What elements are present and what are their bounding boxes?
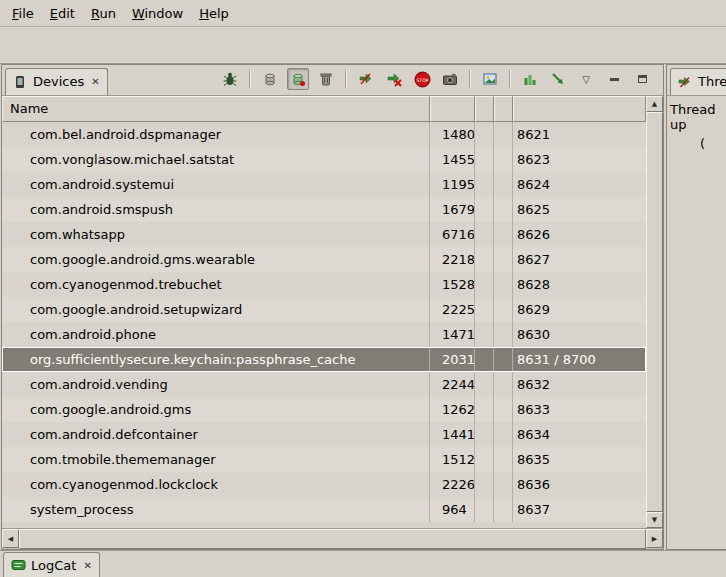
threads-message-line2: ( (670, 136, 724, 151)
update-threads-icon[interactable] (355, 68, 377, 90)
tab-logcat-close-icon[interactable]: ✕ (83, 560, 91, 571)
cell-status2 (494, 272, 513, 297)
table-row[interactable]: com.google.android.setupwizard 22250 862… (2, 297, 646, 322)
cell-port: 8623 (513, 147, 646, 172)
threads-panel: Threa Thread up ( (666, 64, 726, 550)
threads-message: Thread up ( (667, 96, 726, 549)
update-heap-icon[interactable] (259, 68, 281, 90)
tab-devices[interactable]: Devices ✕ (5, 68, 108, 95)
cell-status2 (494, 322, 513, 347)
arrow-right-icon: ▶ (652, 535, 657, 543)
cell-status2 (494, 422, 513, 447)
arrow-down-icon: ▼ (652, 516, 657, 524)
cell-status1 (475, 322, 494, 347)
sysinfo-columns-icon[interactable] (519, 68, 541, 90)
cell-port: 8630 (513, 322, 646, 347)
main-toolbar (0, 27, 726, 64)
scroll-down-button[interactable]: ▼ (646, 512, 663, 528)
cell-pid: 12623 (430, 397, 475, 422)
horizontal-scrollbar[interactable]: ◀ ▶ (2, 528, 663, 549)
cell-process-name: com.bel.android.dspmanager (2, 122, 430, 147)
cell-status2 (494, 397, 513, 422)
devices-tabbar: Devices ✕ (2, 65, 663, 96)
table-row[interactable]: com.tmobile.thememanager 1512 8635 (2, 447, 646, 472)
scroll-up-button[interactable]: ▲ (646, 96, 663, 112)
cell-pid: 22265 (430, 472, 475, 497)
view-menu-chevron-icon[interactable]: ▽ (575, 68, 597, 90)
threads-icon (677, 74, 693, 90)
table-row[interactable]: com.cyanogenmod.trebuchet 1528 8628 (2, 272, 646, 297)
cell-pid: 1512 (430, 447, 475, 472)
table-row[interactable]: com.android.phone 1471 8630 (2, 322, 646, 347)
table-row[interactable]: com.vonglasow.michael.satstat 14553 8623 (2, 147, 646, 172)
table-row[interactable]: com.google.android.gms 12623 8633 (2, 397, 646, 422)
cell-port: 8626 (513, 222, 646, 247)
arrow-left-icon: ◀ (8, 535, 13, 543)
cell-process-name: com.android.smspush (2, 197, 430, 222)
tab-devices-close-icon[interactable]: ✕ (91, 76, 99, 87)
cause-gc-trash-icon[interactable] (315, 68, 337, 90)
cell-pid: 964 (430, 497, 475, 522)
table-row[interactable]: com.bel.android.dspmanager 1480 8621 (2, 122, 646, 147)
cell-status2 (494, 472, 513, 497)
cell-process-name: system_process (2, 497, 430, 522)
devices-panel: Devices ✕ (1, 64, 664, 550)
table-row[interactable]: com.android.smspush 1679 8625 (2, 197, 646, 222)
main-area: Devices ✕ (0, 64, 726, 550)
menu-bar: FileEditRunWindowHelp (0, 0, 726, 27)
cell-status2 (494, 372, 513, 397)
column-header-status2[interactable] (494, 96, 513, 122)
cell-status1 (475, 247, 494, 272)
vertical-scrollbar[interactable]: ▲ ▼ (646, 96, 663, 528)
bottom-tab-bar: LogCat ✕ (0, 550, 726, 577)
cell-status2 (494, 197, 513, 222)
scroll-right-button[interactable]: ▶ (646, 529, 663, 548)
minimize-view-icon[interactable] (603, 68, 625, 90)
cell-status2 (494, 497, 513, 522)
scroll-left-button[interactable]: ◀ (2, 529, 19, 548)
table-row[interactable]: com.android.defcontainer 14411 8634 (2, 422, 646, 447)
menu-run[interactable]: Run (83, 3, 124, 24)
cell-status1 (475, 122, 494, 147)
horizontal-scrollbar-thumb[interactable] (19, 529, 646, 549)
table-row[interactable]: com.android.vending 22440 8632 (2, 372, 646, 397)
start-profiling-arrow-icon[interactable] (547, 68, 569, 90)
debug-process-icon[interactable] (219, 68, 241, 90)
column-header-status1[interactable] (475, 96, 494, 122)
tab-threads-label: Threa (698, 74, 726, 89)
cell-port: 8629 (513, 297, 646, 322)
column-header-name[interactable]: Name (2, 96, 430, 122)
stop-method-profiling-icon[interactable] (383, 68, 405, 90)
tab-threads[interactable]: Threa (670, 68, 726, 95)
table-row[interactable]: com.whatsapp 6716 8626 (2, 222, 646, 247)
cell-port: 8631 / 8700 (513, 347, 646, 372)
dump-hprof-icon[interactable] (287, 68, 309, 90)
cell-port: 8633 (513, 397, 646, 422)
toolbar-separator (249, 70, 251, 88)
maximize-view-icon[interactable] (631, 68, 653, 90)
column-header-pid[interactable] (430, 96, 475, 122)
cell-status2 (494, 297, 513, 322)
stop-process-icon[interactable]: STOP (411, 68, 433, 90)
table-row[interactable]: com.cyanogenmod.lockclock 22265 8636 (2, 472, 646, 497)
vertical-scrollbar-thumb[interactable] (646, 112, 663, 512)
table-row[interactable]: system_process 964 8637 (2, 497, 646, 522)
cell-status2 (494, 172, 513, 197)
cell-port: 8624 (513, 172, 646, 197)
tab-logcat[interactable]: LogCat ✕ (3, 552, 100, 577)
tab-logcat-label: LogCat (31, 558, 76, 573)
cell-status1 (475, 397, 494, 422)
table-row[interactable]: com.google.android.gms.wearable 22185 86… (2, 247, 646, 272)
menu-window[interactable]: Window (124, 3, 191, 24)
menu-edit[interactable]: Edit (42, 3, 83, 24)
menu-file[interactable]: File (4, 3, 42, 24)
column-header-port[interactable] (513, 96, 646, 122)
menu-help[interactable]: Help (191, 3, 237, 24)
view-hierarchy-icon[interactable] (479, 68, 501, 90)
table-row[interactable]: org.sufficientlysecure.keychain:passphra… (2, 347, 646, 372)
screen-capture-icon[interactable] (439, 68, 461, 90)
app-window: FileEditRunWindowHelp Devices ✕ (0, 0, 726, 577)
tab-devices-label: Devices (33, 74, 84, 89)
table-row[interactable]: com.android.systemui 1195 8624 (2, 172, 646, 197)
cell-status2 (494, 247, 513, 272)
